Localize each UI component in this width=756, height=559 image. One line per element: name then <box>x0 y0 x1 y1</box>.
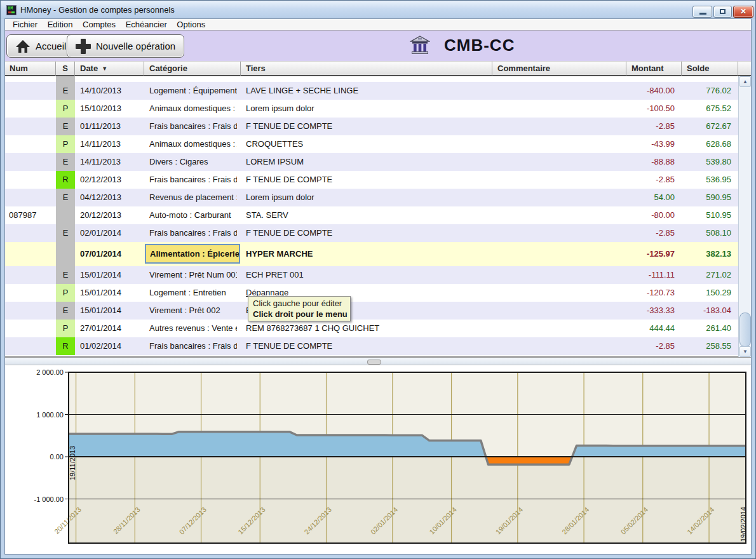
cell-num <box>5 266 55 284</box>
cell-commentaire <box>492 206 623 224</box>
cell-montant: -2.85 <box>626 224 678 242</box>
cell-commentaire <box>492 302 623 320</box>
arrow-down-icon: ▼ <box>743 349 748 354</box>
table-header: Num S Date▼ Catégorie Tiers Commentaire … <box>5 61 751 76</box>
cell-montant: -43.99 <box>626 135 678 153</box>
table-row[interactable]: 08798720/12/2013Auto-moto : CarburantSTA… <box>5 206 738 224</box>
table-row[interactable]: E15/01/2014Virement : Prêt Num 001ECH PR… <box>5 266 738 284</box>
table-row[interactable]: R01/02/2014Frais bancaires : Frais diver… <box>5 337 738 355</box>
cell-categorie: Virement : Prêt Num 001 <box>144 76 237 82</box>
column-header-num[interactable]: Num <box>5 62 56 76</box>
column-header-solde[interactable]: Solde <box>682 62 738 76</box>
cell-num <box>5 284 55 302</box>
menu-options[interactable]: Options <box>173 19 209 29</box>
plus-icon <box>76 39 91 54</box>
cell-status: E <box>56 82 75 100</box>
cell-date: 01/02/2014 <box>75 337 140 355</box>
cell-solde: 150.29 <box>682 284 735 302</box>
cell-solde: 539.80 <box>682 153 735 171</box>
menu-comptes[interactable]: Comptes <box>79 19 119 29</box>
title-bar[interactable]: HM HMoney - Gestion de comptes personnel… <box>1 1 755 19</box>
panel-splitter[interactable] <box>5 357 751 365</box>
table-row[interactable]: R02/12/2013Frais bancaires : Frais diver… <box>5 171 738 189</box>
cell-commentaire <box>492 118 623 135</box>
table-row[interactable]: E14/10/2013Logement : Équipement du loge… <box>5 82 738 100</box>
table-row[interactable]: E04/12/2013Revenus de placement : Rembou… <box>5 189 738 206</box>
table-row[interactable]: 07/01/2014Alimentation : ÉpicerieHYPER M… <box>5 242 738 266</box>
cell-num <box>5 302 55 320</box>
cell-montant: 54.00 <box>626 189 678 206</box>
cell-status <box>56 242 75 266</box>
home-button-label: Accueil <box>36 41 66 51</box>
cell-status: E <box>56 118 75 135</box>
column-header-montant[interactable]: Montant <box>626 62 682 76</box>
cell-num <box>5 76 55 82</box>
cell-solde: 776.02 <box>682 82 735 100</box>
vertical-scrollbar[interactable]: ▲ ▼ <box>738 76 751 357</box>
table-row[interactable]: P27/01/2014Autres revenus : Vente équipe… <box>5 320 738 337</box>
menu-echeancier[interactable]: Echéancier <box>122 19 171 29</box>
cell-tiers: CROQUETTES <box>241 135 489 153</box>
cell-commentaire <box>492 337 623 355</box>
cell-categorie: Revenus de placement : Rembour... <box>144 189 237 206</box>
minimize-button[interactable] <box>692 6 712 18</box>
menu-fichier[interactable]: Fichier <box>9 19 41 29</box>
app-icon: HM <box>6 5 17 15</box>
cell-montant: -111.11 <box>626 266 678 284</box>
table-row[interactable]: E14/11/2013Divers : CigaresLOREM IPSUM-8… <box>5 153 738 171</box>
table-row[interactable]: P15/01/2014Logement : EntretienDépannage… <box>5 284 738 302</box>
cell-status: E <box>56 76 75 82</box>
cell-date: 14/11/2013 <box>75 135 140 153</box>
cell-date: 14/10/2013 <box>75 82 140 100</box>
table-row[interactable]: E15/01/2014Virement : Prêt 002E-333.33-1… <box>5 302 738 320</box>
cell-montant: -88.88 <box>626 153 678 171</box>
table-row[interactable]: E14/10/2013Virement : Prêt Num 001ECH PR… <box>5 76 738 82</box>
cell-montant: -120.73 <box>626 284 678 302</box>
cell-solde: 536.95 <box>682 171 735 189</box>
cell-date: 27/01/2014 <box>75 320 140 337</box>
scroll-up-button[interactable]: ▲ <box>739 76 751 87</box>
cell-date: 02/12/2013 <box>75 171 140 189</box>
restore-button[interactable] <box>713 6 732 18</box>
cell-solde: 672.67 <box>682 118 735 135</box>
column-header-categorie[interactable]: Catégorie <box>144 62 241 76</box>
cell-status <box>56 206 75 224</box>
cell-categorie: Auto-moto : Carburant <box>144 206 237 224</box>
menu-edition[interactable]: Edition <box>44 19 77 29</box>
cell-date: 14/11/2013 <box>75 153 140 171</box>
close-button[interactable]: ✕ <box>733 6 753 18</box>
table-row[interactable]: E01/11/2013Frais bancaires : Frais diver… <box>5 118 738 135</box>
cell-categorie: Virement : Prêt 002 <box>144 302 237 320</box>
cell-montant: -840.00 <box>626 82 678 100</box>
column-header-date[interactable]: Date▼ <box>75 62 144 76</box>
cell-categorie-editing[interactable]: Alimentation : Épicerie <box>145 244 240 264</box>
cell-categorie: Frais bancaires : Frais divers <box>144 118 237 135</box>
cell-num <box>5 320 55 337</box>
table-row[interactable]: E02/01/2014Frais bancaires : Frais diver… <box>5 224 738 242</box>
cell-commentaire <box>492 224 623 242</box>
table-row[interactable]: P15/10/2013Animaux domestiques : Vétérin… <box>5 100 738 118</box>
table-row[interactable]: P14/11/2013Animaux domestiques : Aliment… <box>5 135 738 153</box>
scrollbar-thumb[interactable] <box>739 313 751 347</box>
cell-date: 15/01/2014 <box>75 266 140 284</box>
column-header-tiers[interactable]: Tiers <box>241 62 492 76</box>
cell-commentaire <box>492 76 623 82</box>
cell-commentaire <box>492 266 623 284</box>
sort-desc-icon: ▼ <box>102 65 107 72</box>
cell-commentaire <box>492 320 623 337</box>
cell-num <box>5 100 55 118</box>
new-operation-label: Nouvelle opération <box>96 41 175 51</box>
cell-tiers: ECH PRET 001 <box>241 266 489 284</box>
cell-categorie: Frais bancaires : Frais divers <box>144 337 237 355</box>
transactions-table: E14/10/2013Virement : Prêt Num 001ECH PR… <box>5 76 751 357</box>
cell-solde: 258.55 <box>682 337 735 355</box>
new-operation-button[interactable]: Nouvelle opération <box>67 34 184 58</box>
column-header-commentaire[interactable]: Commentaire <box>492 62 626 76</box>
bank-icon <box>410 36 430 56</box>
cell-status: P <box>56 320 75 337</box>
cell-date: 15/01/2014 <box>75 284 140 302</box>
column-header-s[interactable]: S <box>56 62 75 76</box>
cell-date: 07/01/2014 <box>75 242 140 266</box>
home-button[interactable]: Accueil <box>6 34 75 58</box>
scroll-down-button[interactable]: ▼ <box>739 346 751 357</box>
